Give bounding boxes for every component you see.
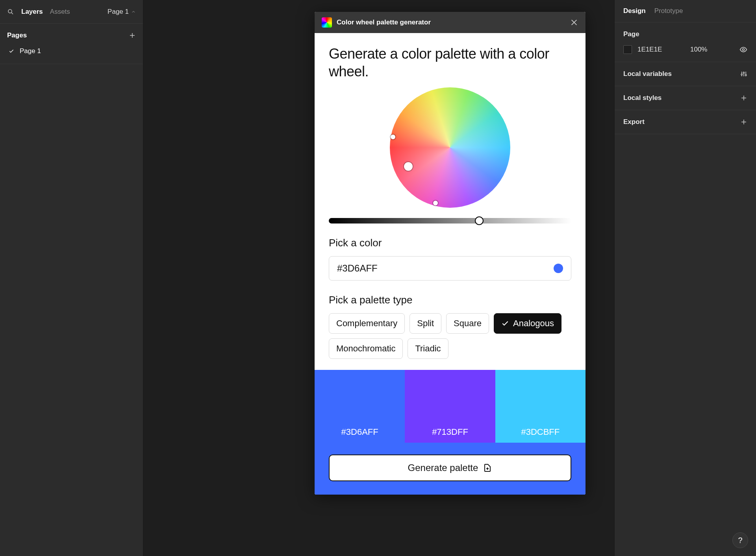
local-styles-title: Local styles <box>623 94 662 102</box>
plugin-body: Generate a color palette with a color wh… <box>315 33 586 370</box>
add-page-icon[interactable] <box>129 32 136 39</box>
settings-icon[interactable] <box>740 70 747 78</box>
local-variables-section: Local variables <box>615 62 756 86</box>
swatch-hex: #713DFF <box>432 427 468 437</box>
right-panel-tabs: Design Prototype <box>615 0 756 22</box>
palette-type-label: Analogous <box>513 318 554 329</box>
pages-title: Pages <box>7 31 27 39</box>
pick-color-label: Pick a color <box>329 237 571 249</box>
check-icon <box>501 320 509 327</box>
local-styles-section: Local styles <box>615 86 756 110</box>
color-wheel[interactable] <box>390 87 510 208</box>
right-panel: Design Prototype Page 1E1E1E 100% Local … <box>614 0 756 556</box>
generate-bar: Generate palette <box>315 443 586 495</box>
plugin-icon <box>322 17 332 28</box>
page-section-title: Page <box>623 30 639 38</box>
page-background-row[interactable]: 1E1E1E 100% <box>623 45 747 54</box>
design-tab[interactable]: Design <box>623 7 646 15</box>
brightness-knob[interactable] <box>475 216 484 225</box>
palette-type-square[interactable]: Square <box>446 313 489 334</box>
plus-icon[interactable] <box>740 118 747 126</box>
page-selector-label: Page 1 <box>107 8 129 16</box>
generate-label: Generate palette <box>408 462 478 473</box>
page-section: Page 1E1E1E 100% <box>615 22 756 62</box>
palette-type-split[interactable]: Split <box>410 313 441 334</box>
pages-section-header: Pages <box>0 24 143 43</box>
palette-type-complementary[interactable]: Complementary <box>329 313 405 334</box>
wheel-handle[interactable] <box>433 201 438 205</box>
wheel-handle-main[interactable] <box>404 162 413 171</box>
visibility-icon[interactable] <box>739 46 747 54</box>
add-file-icon <box>483 463 492 473</box>
generate-palette-button[interactable]: Generate palette <box>329 454 571 481</box>
divider <box>0 64 143 64</box>
palette-type-triadic[interactable]: Triadic <box>408 338 448 359</box>
color-hex-value: #3D6AFF <box>337 263 378 274</box>
page-selector-button[interactable]: Page 1 <box>107 8 136 16</box>
svg-point-0 <box>8 9 12 13</box>
local-variables-title: Local variables <box>623 70 672 78</box>
palette-swatch[interactable]: #713DFF <box>405 370 495 443</box>
palette-type-monochromatic[interactable]: Monochromatic <box>329 338 403 359</box>
page-item[interactable]: Page 1 <box>0 43 143 59</box>
plugin-title: Color wheel palette generator <box>337 18 431 26</box>
svg-line-1 <box>11 13 13 14</box>
plus-icon[interactable] <box>740 94 747 102</box>
palette-swatch[interactable]: #3D6AFF <box>315 370 405 443</box>
swatch-hex: #3DCBFF <box>521 427 560 437</box>
search-icon[interactable] <box>7 8 14 15</box>
plugin-headline: Generate a color palette with a color wh… <box>329 45 571 80</box>
color-wheel-section <box>329 87 571 224</box>
swatch-hex: #3D6AFF <box>341 427 378 437</box>
assets-tab[interactable]: Assets <box>50 8 70 16</box>
palette-type-analogous[interactable]: Analogous <box>494 313 561 334</box>
check-icon <box>9 48 14 54</box>
plugin-header[interactable]: Color wheel palette generator <box>315 12 586 33</box>
chevron-up-icon <box>131 9 136 14</box>
palette-type-group: Complementary Split Square Analogous Mon… <box>329 313 571 359</box>
plugin-window: Color wheel palette generator Generate a… <box>315 12 586 495</box>
layers-tab[interactable]: Layers <box>21 8 43 16</box>
brightness-slider[interactable] <box>329 218 571 224</box>
pick-palette-label: Pick a palette type <box>329 294 571 306</box>
export-title: Export <box>623 118 645 126</box>
color-swatch-icon <box>554 264 563 273</box>
help-button[interactable]: ? <box>732 532 748 548</box>
background-hex: 1E1E1E <box>637 46 677 54</box>
background-opacity: 100% <box>690 46 734 54</box>
prototype-tab[interactable]: Prototype <box>654 7 683 15</box>
color-input[interactable]: #3D6AFF <box>329 256 571 281</box>
svg-point-14 <box>745 74 747 76</box>
canvas[interactable]: Color wheel palette generator Generate a… <box>143 0 614 556</box>
page-item-label: Page 1 <box>20 47 41 55</box>
left-panel-header: Layers Assets Page 1 <box>0 0 143 24</box>
left-panel: Layers Assets Page 1 Pages Page 1 <box>0 0 143 556</box>
svg-point-12 <box>741 74 742 75</box>
palette-swatches: #3D6AFF #713DFF #3DCBFF <box>315 370 586 443</box>
svg-point-8 <box>743 49 745 51</box>
wheel-handle[interactable] <box>391 135 395 139</box>
background-swatch[interactable] <box>623 45 632 54</box>
export-section: Export <box>615 110 756 134</box>
close-icon[interactable] <box>570 18 578 27</box>
svg-point-13 <box>743 72 744 73</box>
palette-swatch[interactable]: #3DCBFF <box>495 370 586 443</box>
